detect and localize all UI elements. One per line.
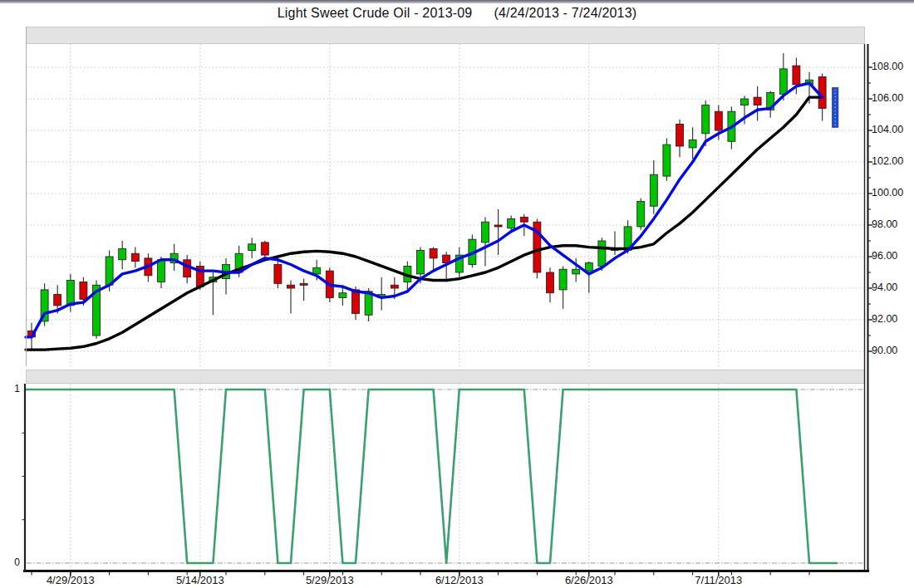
candle-up: [598, 241, 606, 266]
candle-up: [663, 145, 671, 176]
chart-canvas[interactable]: [0, 0, 914, 588]
candle-up: [66, 281, 74, 306]
date-axis-label: 6/26/2013: [552, 574, 627, 586]
price-axis-label: 92.00: [872, 313, 914, 325]
date-axis-label: 4/29/2013: [33, 574, 108, 586]
candle-up: [339, 293, 346, 298]
price-plot-area[interactable]: [27, 44, 864, 366]
candle-down: [287, 285, 295, 288]
price-axis-label: 96.00: [872, 250, 914, 262]
candle-up: [650, 174, 657, 206]
candle-up: [689, 140, 696, 148]
signal-axis-label: 0: [5, 556, 20, 568]
candle-down: [520, 218, 528, 223]
candle-up: [106, 257, 113, 285]
price-axis-label: 102.00: [872, 155, 914, 167]
candle-up: [158, 260, 165, 282]
price-axis-label: 108.00: [872, 61, 914, 72]
signal-axis-label: 1: [5, 383, 20, 394]
candle-down: [131, 253, 139, 262]
candle-up: [482, 222, 489, 243]
candle-down: [494, 225, 502, 227]
candle-up: [702, 105, 710, 134]
price-axis-label: 106.00: [872, 92, 914, 104]
candle-up: [508, 218, 515, 228]
candle-up: [559, 269, 567, 290]
candle-down: [547, 272, 554, 293]
candle-down: [54, 295, 61, 306]
candle-down: [715, 111, 722, 130]
date-axis-label: 5/29/2013: [292, 574, 367, 586]
candle-down: [274, 265, 282, 284]
candle-down: [676, 124, 684, 146]
date-axis-label: 5/14/2013: [163, 574, 238, 586]
candle-down: [391, 285, 398, 288]
candle-up: [417, 250, 425, 274]
candle-up: [741, 99, 749, 105]
date-axis-label: 7/11/2013: [681, 574, 756, 586]
price-axis-label: 100.00: [872, 187, 914, 198]
candle-down: [261, 243, 268, 255]
candle-up: [585, 263, 592, 272]
candle-down: [80, 282, 87, 299]
candle-up: [119, 249, 126, 260]
price-axis-label: 104.00: [872, 124, 914, 135]
price-axis-label: 94.00: [872, 282, 914, 293]
candle-down: [300, 283, 307, 285]
price-axis-label: 98.00: [872, 218, 914, 230]
candle-up: [637, 202, 645, 227]
candle-up: [779, 69, 787, 94]
candle-down: [754, 97, 761, 105]
chart-window: Light Sweet Crude Oil - 2013-09(4/24/201…: [0, 0, 914, 588]
candle-up: [313, 267, 321, 274]
date-axis-label: 6/12/2013: [422, 574, 497, 586]
candle-up: [248, 244, 256, 251]
candle-down: [430, 249, 437, 258]
candle-down: [352, 290, 360, 314]
candle-up: [572, 269, 580, 274]
price-axis-label: 90.00: [872, 345, 914, 356]
candle-down: [793, 66, 800, 85]
